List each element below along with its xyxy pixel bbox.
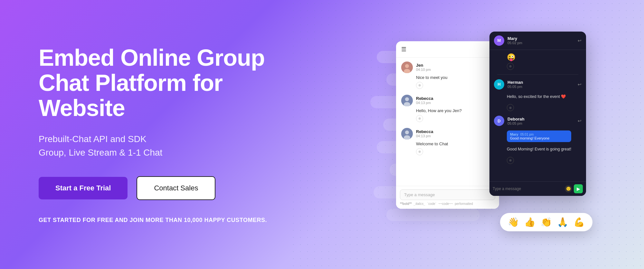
contact-sales-button[interactable]: Contact Sales [137, 176, 215, 200]
emoji-thumbsup[interactable]: 👍 [524, 217, 535, 227]
mary-time: 05:02 pm [507, 41, 522, 45]
jen-react: ⊕ [416, 82, 494, 89]
reply-sender-time: 05:01 pm [520, 133, 534, 136]
hero-title: Embed Online Group Chat Platform for Web… [39, 45, 309, 120]
svg-point-1 [405, 64, 409, 68]
reply-icon-mary[interactable]: ↩ [578, 38, 582, 43]
emoji-clap[interactable]: 👏 [541, 217, 552, 227]
emoji-wave[interactable]: 👋 [508, 217, 519, 227]
reply-icon-deborah[interactable]: ↩ [578, 118, 582, 123]
emoji-button[interactable]: 🙂 [565, 185, 572, 192]
rebecca-name-2: Rebecca [416, 129, 433, 134]
chat-mockup: ☰ [396, 32, 583, 238]
deborah-react-icon[interactable]: ⊕ [507, 157, 514, 164]
dark-message-input[interactable] [493, 187, 562, 191]
herman-header: H Herman 05:05 pm ↩ [493, 79, 582, 90]
rebecca-time-1: 04:13 pm [416, 101, 433, 105]
deborah-name: Deborah [507, 117, 525, 121]
jen-name: Jen [416, 63, 431, 68]
cta-buttons: Start a Free Trial Contact Sales [39, 176, 309, 200]
message-rebecca-2: Rebecca 04:13 pm Welcome to Chat ⊕ [401, 128, 494, 155]
reply-icon-herman[interactable]: ↩ [578, 82, 582, 87]
subtitle-line1: Prebuilt-Chat API and SDK [39, 134, 147, 144]
dark-input-area: 🙂 ▶ [489, 181, 586, 196]
strikethrough-format[interactable]: ~~code~~ [438, 202, 453, 206]
rebecca-react-1: ⊕ [416, 115, 494, 122]
avatar-rebecca-1 [401, 95, 413, 106]
herman-react: ⊕ [507, 104, 582, 111]
jen-time: 04:10 pm [416, 68, 431, 72]
herman-time: 05:05 pm [507, 85, 523, 89]
deborah-header: D Deborah 05:05 pm ↩ [493, 116, 582, 126]
avatar-jen [401, 62, 413, 73]
rebecca-time-2: 04:13 pm [416, 134, 433, 138]
rebecca-react-2: ⊕ [416, 148, 494, 155]
code-format[interactable]: `code` [427, 202, 436, 206]
reply-text: Good morning! Everyone [510, 136, 568, 140]
deborah-reply-quote: Mary 05:01 pm Good morning! Everyone [507, 130, 571, 142]
preformatted-format[interactable]: performatted [455, 202, 473, 206]
bold-format[interactable]: **bold** [400, 202, 412, 206]
left-input-area: Type a message **bold** _italics_ `code`… [396, 186, 499, 209]
left-panel-header: ☰ [396, 41, 499, 58]
formatting-bar: **bold** _italics_ `code` ~~code~~ perfo… [400, 202, 495, 206]
rebecca-message-1: Hello, How are you Jen? [416, 108, 494, 113]
jen-message: Nice to meet you [416, 75, 494, 80]
avatar-mary: M [494, 35, 504, 46]
herman-react-icon[interactable]: ⊕ [507, 104, 514, 111]
hero-right-content: ☰ [335, 0, 644, 269]
mary-name: Mary [507, 36, 522, 41]
react-icon-2[interactable]: ⊕ [416, 115, 423, 122]
mary-emoji-msg: 😜 ⊕ [493, 53, 582, 70]
send-button[interactable]: ▶ [574, 184, 583, 193]
emoji-pray[interactable]: 🙏 [557, 217, 568, 227]
hero-left-content: Embed Online Group Chat Platform for Web… [0, 20, 335, 249]
mary-emoji: 😜 [507, 53, 516, 62]
hero-subtitle: Prebuilt-Chat API and SDK Group, Live St… [39, 132, 309, 159]
left-message-input[interactable]: Type a message [400, 189, 495, 200]
dark-divider [497, 74, 578, 75]
react-icon[interactable]: ⊕ [416, 82, 423, 89]
herman-message: Hello, so excited for the event ❤️ [507, 94, 582, 100]
message-rebecca-1: Rebecca 04:13 pm Hello, How are you Jen?… [401, 95, 494, 122]
avatar-deborah: D [494, 116, 504, 126]
react-icon-3[interactable]: ⊕ [416, 148, 423, 155]
hamburger-icon[interactable]: ☰ [401, 46, 406, 53]
start-trial-button[interactable]: Start a Free Trial [39, 177, 128, 199]
mary-react-icon[interactable]: ⊕ [507, 63, 514, 70]
deborah-main-text: Good Morning! Event is going great! [507, 147, 582, 152]
svg-point-4 [405, 97, 409, 101]
rebecca-message-2: Welcome to Chat [416, 141, 494, 146]
subtitle-line2: Group, Live Stream & 1-1 Chat [39, 148, 162, 158]
deborah-time: 05:05 pm [507, 121, 525, 125]
message-jen: Jen 04:10 pm Nice to meet you ⊕ [401, 62, 494, 89]
hero-section: Embed Online Group Chat Platform for Web… [0, 0, 644, 269]
dark-messages: 😜 ⊕ H Herman 05:05 pm [489, 50, 586, 167]
avatar-herman: H [494, 79, 504, 90]
italic-format[interactable]: _italics_ [414, 202, 425, 206]
avatar-rebecca-2 [401, 128, 413, 139]
chat-panel-right: M Mary 05:02 pm ↩ 😜 ⊕ [489, 32, 586, 196]
dark-panel-mary-header: M Mary 05:02 pm ↩ [489, 32, 586, 50]
emoji-flex[interactable]: 💪 [573, 217, 585, 227]
deborah-react: ⊕ [507, 157, 582, 164]
rebecca-name-1: Rebecca [416, 96, 433, 101]
emoji-reaction-bar: 👋 👍 👏 🙏 💪 [500, 213, 592, 231]
chat-panel-left: ☰ [396, 41, 499, 209]
herman-name: Herman [507, 80, 523, 85]
reply-sender-name: Mary [510, 132, 518, 136]
tagline: GET STARTED FOR FREE AND JOIN MORE THAN … [39, 217, 309, 224]
svg-point-7 [405, 130, 409, 134]
left-messages: Jen 04:10 pm Nice to meet you ⊕ [396, 58, 499, 159]
